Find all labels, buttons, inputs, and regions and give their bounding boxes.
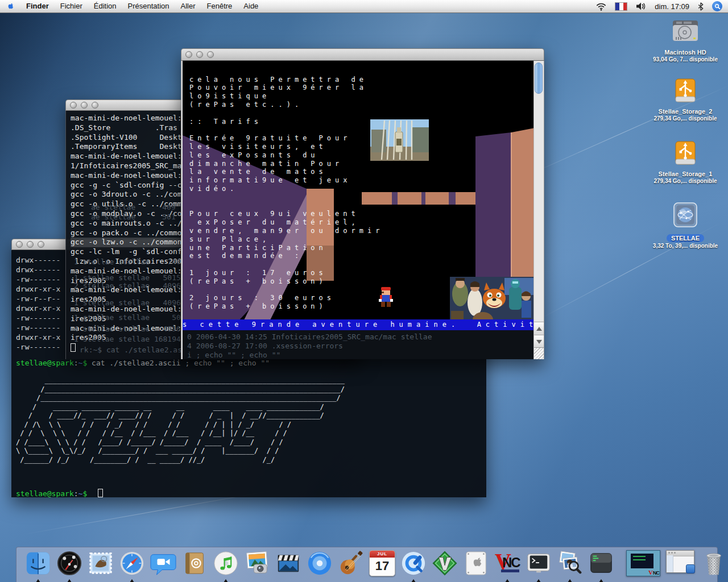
game-text-line: vidéo. xyxy=(189,185,383,193)
apple-menu[interactable] xyxy=(0,2,20,11)
close-button[interactable] xyxy=(70,102,77,109)
icon-label: Macintosh HD xyxy=(648,49,722,56)
menu-aide[interactable]: Aide xyxy=(238,0,264,13)
game-text-line: est demandée : xyxy=(189,252,383,260)
scrollbar-thumb[interactable] xyxy=(535,63,543,94)
icon-info: 279,34 Go,... disponible xyxy=(648,115,722,122)
ghost-line: ae stellae 501 xyxy=(91,213,176,222)
icon-info: 3,32 To, 39,... disponible xyxy=(648,243,722,249)
dock-mail[interactable] xyxy=(87,550,114,581)
game-text-line: la vente de matos xyxy=(189,168,383,176)
dock-garageband[interactable] xyxy=(337,550,365,581)
dock-minimized-vnc-window[interactable]: VNC xyxy=(626,550,660,581)
desktop-icon-macintosh-hd[interactable]: Macintosh HD 93,04 Go, 7... disponible xyxy=(648,17,722,63)
shell-prompt-line: stellae@spark:~$ cat ./stellae2.ascii ; … xyxy=(16,358,270,368)
minimize-button[interactable] xyxy=(27,241,34,248)
menu-finder[interactable]: Finder xyxy=(20,0,55,13)
dock-ichat[interactable] xyxy=(150,550,177,581)
apple-card-icon xyxy=(463,550,489,576)
dock-console[interactable] xyxy=(588,550,615,581)
running-indicator xyxy=(568,579,572,582)
idvd-icon xyxy=(307,550,333,576)
dock-dashboard[interactable] xyxy=(56,550,83,581)
finder-icon xyxy=(25,550,51,576)
ghost-line: 4 stellae stellae 4096 200 xyxy=(74,325,198,334)
running-indicator xyxy=(411,579,416,582)
game-text-line: 1 jour : 17 euros xyxy=(189,269,383,277)
dock-vnc[interactable]: V NC xyxy=(494,550,521,581)
ical-day: 17 xyxy=(370,558,395,575)
icon-info: 93,04 Go, 7... disponible xyxy=(648,56,722,63)
running-indicator xyxy=(599,579,603,582)
dock-terminal[interactable] xyxy=(525,550,552,581)
scroll-up-button[interactable] xyxy=(534,322,544,335)
dock-imovie[interactable] xyxy=(275,550,302,581)
dock-finder[interactable] xyxy=(24,550,52,581)
ascii-art-line: \ \_____\ \_\/_/ /________/ / ___ _____/… xyxy=(16,447,345,456)
quicktime-icon xyxy=(400,550,427,576)
resize-grip[interactable] xyxy=(534,347,544,359)
menu-aller[interactable]: Aller xyxy=(175,0,201,13)
menu-fenetre[interactable]: Fenêtre xyxy=(201,0,238,13)
running-indicator xyxy=(36,579,40,582)
vnc-letters-nc: NC xyxy=(502,555,520,571)
shell-prompt-line: stellae@spark:~$ xyxy=(16,489,87,497)
dock-preview[interactable] xyxy=(556,550,584,581)
menu-fichier[interactable]: Fichier xyxy=(55,0,88,13)
vnc-underline xyxy=(501,569,519,572)
running-indicator xyxy=(224,579,228,582)
dock-apple-system[interactable] xyxy=(462,550,490,581)
menu-presentation[interactable]: Présentation xyxy=(122,0,175,13)
vertical-scrollbar[interactable] xyxy=(533,61,544,359)
close-button[interactable] xyxy=(185,51,192,58)
dock-iphoto[interactable] xyxy=(243,550,271,581)
desktop-icon-stellae-storage-1[interactable]: Stellae_Storage_1 279,34 Go,... disponib… xyxy=(648,140,722,184)
dock-address-book[interactable] xyxy=(181,550,208,581)
hard-drive-icon xyxy=(669,17,702,45)
dock-trash[interactable] xyxy=(700,550,727,581)
zoom-button[interactable] xyxy=(207,51,214,58)
minimize-button[interactable] xyxy=(196,51,203,58)
ghost-line: ae stellae 409 xyxy=(91,203,176,213)
desktop-icon-stellae-server[interactable]: STELLAE 3,32 To, 39,... disponible xyxy=(648,200,722,249)
spotlight-icon[interactable] xyxy=(712,1,722,11)
game-text-line xyxy=(189,109,383,118)
game-window-infoticaires[interactable]: cela nous Permettra dePouvoir mieux 9ére… xyxy=(181,48,544,359)
wifi-icon[interactable] xyxy=(595,2,607,11)
dock-minimized-finder-window[interactable] xyxy=(666,550,694,581)
safari-icon xyxy=(119,550,145,576)
zoom-button[interactable] xyxy=(92,102,98,109)
game-text-block: cela nous Permettra dePouvoir mieux 9ére… xyxy=(189,61,383,353)
window-titlebar[interactable] xyxy=(181,48,544,61)
input-menu-french-flag-icon[interactable] xyxy=(615,2,627,11)
trash-icon xyxy=(701,550,727,577)
dock-vim[interactable] xyxy=(431,550,458,581)
game-text-line xyxy=(189,286,383,294)
game-text-line: (rePas etc..). xyxy=(189,101,383,109)
volume-icon[interactable] xyxy=(635,2,647,11)
running-indicator xyxy=(130,579,134,582)
ascii-art-line: /______/ /_/ /________/ / __ _____/ //_/… xyxy=(16,456,345,465)
close-button[interactable] xyxy=(16,241,23,248)
ascii-art-line: / ______ _______ ______ __ __ ____ ____ … xyxy=(16,403,345,412)
dock-quicktime[interactable] xyxy=(400,550,427,581)
terminal-cursor xyxy=(71,343,76,352)
desktop-icon-stellae-storage-2[interactable]: Stellae_Storage_2 279,34 Go,... disponib… xyxy=(648,77,722,122)
scroll-down-button[interactable] xyxy=(534,335,544,348)
ghost-line: 1 stellae stellae 50 xyxy=(74,313,181,323)
icon-info: 279,34 Go,... disponible xyxy=(648,178,722,184)
bluetooth-icon[interactable] xyxy=(697,2,704,11)
dock-itunes[interactable] xyxy=(212,550,239,581)
vim-icon xyxy=(432,550,458,576)
itunes-icon xyxy=(213,550,239,576)
dock: JUL 17 xyxy=(16,547,718,582)
icon-label-selected: STELLAE xyxy=(648,234,722,242)
menubar-clock[interactable]: dim. 17:09 xyxy=(655,2,689,11)
zoom-button[interactable] xyxy=(38,241,44,248)
dock-safari[interactable] xyxy=(118,550,146,581)
menu-edition[interactable]: Édition xyxy=(88,0,122,13)
dock-ical[interactable]: JUL 17 xyxy=(369,550,396,581)
minimize-button[interactable] xyxy=(81,102,88,109)
game-text-line xyxy=(189,193,383,202)
dock-idvd[interactable] xyxy=(306,550,333,581)
